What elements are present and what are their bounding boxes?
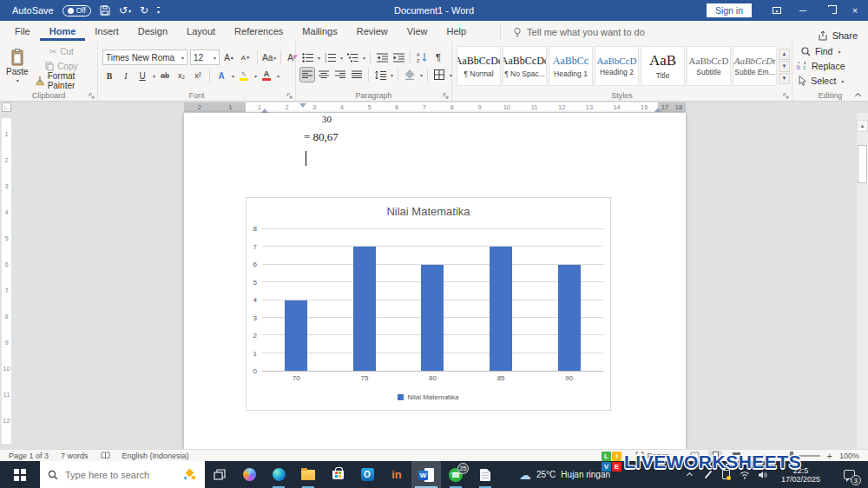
tab-references[interactable]: References [225,23,293,41]
tab-review[interactable]: Review [347,23,398,41]
page-indicator[interactable]: Page 1 of 3 [9,452,49,460]
chart-bar[interactable] [285,300,307,372]
style-card[interactable]: AaBbCcDtSubtle Em... [733,46,777,86]
superscript-button[interactable]: x² [191,69,205,82]
select-button[interactable]: Select▾ [797,75,845,88]
increase-indent-button[interactable] [391,50,405,64]
font-size-select[interactable]: 12▾ [190,49,220,65]
task-view-button[interactable] [205,461,234,488]
font-name-select[interactable]: Times New Roma▾ [102,49,187,65]
ribbon-display-options-button[interactable]: ▴ [764,0,790,21]
scrollbar-thumb[interactable] [858,145,867,183]
save-button[interactable] [100,5,110,16]
decrease-indent-button[interactable] [375,50,389,64]
align-left-button[interactable] [300,68,314,82]
gallery-scroll-up-button[interactable]: ▲ [779,49,790,60]
bullets-button[interactable] [300,50,314,64]
paragraph-dialog-launcher[interactable] [443,93,449,99]
tell-me-box[interactable]: Tell me what you want to do [500,23,645,41]
cut-button[interactable]: ✂Cut [33,45,90,58]
grow-font-button[interactable]: A▲ [222,50,236,64]
taskbar-file-explorer-button[interactable] [293,461,323,488]
underline-button[interactable]: U [135,69,149,82]
search-input[interactable] [65,470,176,480]
language-indicator[interactable]: English (Indonesia) [122,452,189,460]
zoom-level[interactable]: 100% [839,452,859,460]
line-spacing-button[interactable] [373,68,387,82]
taskbar-linkedin-button[interactable]: in [382,461,411,488]
multilevel-list-button[interactable] [345,50,359,64]
taskbar-word-button[interactable]: W [411,461,441,488]
gallery-more-button[interactable]: ▼ [779,73,790,84]
customize-quick-access-button[interactable]: ▾ [157,7,160,15]
align-right-button[interactable] [333,68,347,82]
shrink-font-button[interactable]: A▼ [239,50,253,64]
tab-stop-selector[interactable]: ∟ [2,102,11,112]
font-dialog-launcher[interactable] [286,93,293,99]
chart-bar[interactable] [353,247,376,371]
numbering-button[interactable]: 123 [323,50,337,64]
redo-button[interactable]: ↻ [140,4,148,16]
borders-button[interactable] [432,68,446,82]
clipboard-dialog-launcher[interactable] [89,93,95,99]
paste-button[interactable]: Paste ▾ [4,44,30,88]
maximize-restore-button[interactable] [816,0,842,21]
scroll-up-button[interactable]: ▲ [857,120,868,132]
change-case-button[interactable]: Aa▾ [262,50,276,64]
taskbar-whatsapp-button[interactable]: ☎ 25 [441,461,470,488]
subscript-button[interactable]: x₂ [174,69,188,82]
styles-dialog-launcher[interactable] [783,93,789,99]
right-indent-marker[interactable] [654,108,661,112]
italic-button[interactable]: I [119,69,133,82]
taskbar-notepad-button[interactable] [470,461,500,488]
tab-file[interactable]: File [5,23,40,41]
gallery-scroll-down-button[interactable]: ▼ [779,61,790,72]
notification-center-button[interactable]: 3 [833,461,865,488]
show-formatting-marks-button[interactable]: ¶ [431,50,445,64]
tab-help[interactable]: Help [437,23,476,41]
tab-view[interactable]: View [398,23,437,41]
tab-home[interactable]: Home [40,23,86,41]
first-line-indent-marker[interactable] [299,103,306,108]
justify-button[interactable] [350,68,364,82]
bold-button[interactable]: B [102,69,116,82]
vertical-ruler[interactable]: 123456789101112 [2,118,11,444]
style-card[interactable]: AaBbCcDc¶ No Spac... [503,46,547,86]
tab-layout[interactable]: Layout [177,23,225,41]
taskbar-store-button[interactable] [323,461,352,488]
sort-button[interactable]: AZ [415,50,429,64]
taskbar-copilot-button[interactable] [234,461,264,488]
undo-button[interactable]: ↺▾ [119,4,131,16]
taskbar-edge-button[interactable] [264,461,293,488]
replace-button[interactable]: bc Replace [797,60,845,73]
chart-frame[interactable]: Nilai Matematika 012345678 7075808590 Ni… [246,197,611,411]
minimize-button[interactable]: ─ [790,0,816,21]
start-button[interactable] [0,461,40,488]
weather-widget[interactable]: ☁ 25°C Hujan ringan [519,469,610,481]
taskbar-outlook-button[interactable]: O [352,461,382,488]
style-card[interactable]: AaBbCcDHeading 2 [595,46,639,86]
close-button[interactable]: × [842,0,868,21]
style-card[interactable]: AaBbCcHeading 1 [549,46,593,86]
highlight-button[interactable]: ✎ [237,69,251,82]
text-effects-button[interactable]: A [214,69,228,82]
autosave-toggle[interactable]: Off [62,5,91,16]
shading-button[interactable] [403,68,417,82]
document-page[interactable]: 30 = 80,67 Nilai Matematika 012345678 70… [184,113,686,449]
chart-bar[interactable] [490,247,512,371]
font-color-button[interactable]: A [260,69,273,82]
tab-insert[interactable]: Insert [85,23,128,41]
strikethrough-button[interactable]: ab [158,69,172,82]
chart-bar[interactable] [558,265,581,371]
style-card[interactable]: AaBbCcDc¶ Normal [457,46,501,86]
share-button[interactable]: Share [818,30,858,41]
tab-design[interactable]: Design [128,23,177,41]
vertical-scrollbar[interactable]: ▲ [857,113,868,449]
format-painter-button[interactable]: Format Painter [33,75,90,88]
style-card[interactable]: AaBbCcDSubtitle [687,46,731,86]
taskbar-search-box[interactable] [40,461,205,488]
sign-in-button[interactable]: Sign in [707,3,752,17]
chart-bar[interactable] [421,265,444,371]
style-card[interactable]: AaBTitle [641,46,685,86]
align-center-button[interactable] [317,68,331,82]
